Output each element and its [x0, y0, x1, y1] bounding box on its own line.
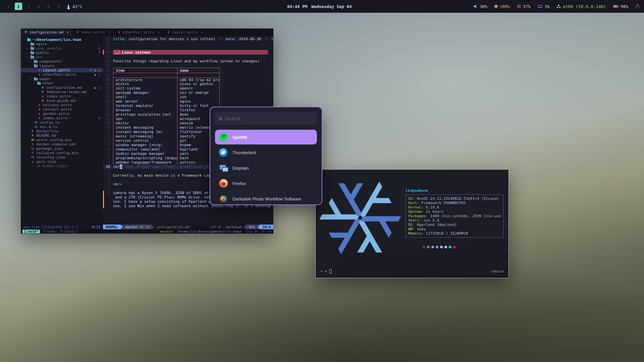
neo-tree-panel: ▾ ~/Development/liv.town ▸ nginx ▸ node_…: [21, 36, 103, 225]
tree-item-git-status: H ● □: [90, 69, 101, 72]
tmux-window-tab[interactable]: 2:node-: [43, 230, 57, 233]
spotify-icon: [219, 133, 228, 141]
tree-caret-icon: ▾: [33, 82, 36, 85]
tmux-window-tab[interactable]: 3:lazygit: [60, 230, 78, 233]
status-module[interactable]: eth0 (10.0.0.140): [557, 4, 606, 9]
app-label: Firefox: [232, 181, 246, 186]
palette-dot: [453, 246, 456, 248]
palette-dot: [440, 246, 443, 248]
temperature-module: 42°C: [68, 4, 83, 9]
tree-item-label: nginx: [36, 42, 47, 46]
tree-item[interactable]: tailwind.config.mjs: [21, 151, 103, 155]
shell-prompt[interactable]: ~ >: [320, 269, 332, 274]
launcher-item[interactable]: Darktable Photo Workflow Software: [215, 191, 317, 205]
launcher-item[interactable]: Thunderbird: [215, 145, 317, 160]
tree-item-label: tone-guide.md: [46, 99, 75, 103]
tree-item[interactable]: ▸ nginx: [21, 42, 103, 46]
tab-close-icon[interactable]: ×: [67, 30, 69, 34]
tree-item[interactable]: docker-compose.yml: [21, 142, 103, 146]
tree-item-label: public: [36, 51, 49, 55]
module-value: 37%: [523, 4, 531, 9]
tree-item[interactable]: fediverse-terms.md: [21, 90, 103, 94]
workspace-button[interactable]: 8: [45, 3, 52, 10]
tree-item[interactable]: (6 hidden items): [21, 164, 103, 168]
workspace-button[interactable]: 3: [25, 3, 32, 10]
tree-item[interactable]: ▸ components: [21, 59, 103, 64]
tree-item[interactable]: ▸ node_modules E: [21, 46, 103, 51]
search-input[interactable]: [225, 116, 313, 121]
launcher-item[interactable]: Displays: [215, 161, 317, 175]
editor-tab[interactable]: otherPost.astro ×: [114, 28, 163, 36]
tmux-statusbar: 1:nvim*2:node-3:lazygit master /home/liv…: [21, 229, 273, 234]
tree-item[interactable]: env.d.ts: [21, 125, 103, 129]
editor-tab[interactable]: configuration.md ×: [21, 28, 72, 36]
launcher-item[interactable]: Spotify: [215, 130, 317, 144]
tree-item[interactable]: ▸ public ?: [21, 51, 103, 55]
editor-tab[interactable]: index.astro ×: [72, 28, 114, 36]
tree-item[interactable]: ▾ other: [21, 81, 103, 85]
tree-item[interactable]: index.astro H: [21, 116, 103, 120]
tree-item-label: docker-compose.yml: [36, 142, 76, 146]
tree-item[interactable]: tone-guide.md: [21, 99, 103, 103]
status-module[interactable]: 100%: [495, 4, 510, 9]
table-cell-item: window manager (xorg): [113, 143, 177, 147]
tree-item[interactable]: Dockerfile: [21, 129, 103, 133]
tree-item[interactable]: balcony.astro: [21, 103, 103, 107]
status-module[interactable]: 98%: [613, 4, 628, 9]
tree-item[interactable]: ▾ ~/Development/liv.town: [21, 38, 103, 42]
tree-item[interactable]: index.astro: [21, 94, 103, 99]
workspace-button[interactable]: 4: [35, 3, 42, 10]
status-module[interactable]: 3%: [538, 4, 549, 9]
tree-item[interactable]: otherPost.astro ● □: [21, 72, 103, 77]
tree-item[interactable]: configuration.md ● □: [21, 85, 103, 90]
tab-close-icon[interactable]: ×: [158, 30, 160, 34]
tree-item[interactable]: Layout.astro H ● □: [21, 68, 103, 72]
tree-item[interactable]: yarn.lock: [21, 160, 103, 164]
brightness-icon: [495, 5, 497, 8]
tree-item[interactable]: ▾ pages: [21, 77, 103, 81]
line-number: 3: [103, 152, 113, 156]
battery-icon: [613, 5, 618, 8]
tree-item[interactable]: ▾ src: [21, 55, 103, 59]
palette-dot: [427, 246, 430, 248]
table-cell-item: browser: [113, 108, 177, 112]
tree-file-icon: [37, 73, 41, 76]
tree-item[interactable]: astro.config.mjs: [21, 138, 103, 142]
status-bar: 123489 42°C 04:44 PM Wednesday Sep 04 36…: [0, 0, 644, 13]
tree-item-git-status: ● □: [94, 73, 101, 76]
workspace-button[interactable]: 9: [55, 3, 62, 10]
terminal-cursor: [329, 269, 332, 274]
tree-item[interactable]: README.md: [21, 133, 103, 138]
tree-item[interactable]: config.ts: [21, 120, 103, 125]
workspace-button[interactable]: 2: [15, 3, 22, 10]
table-cell-item: instant messaging: [113, 125, 177, 130]
tree-item[interactable]: ▾ layouts: [21, 64, 103, 68]
tree-item-label: env.d.ts: [40, 125, 57, 129]
tab-close-icon[interactable]: ×: [201, 30, 203, 34]
tree-file-icon: [37, 104, 41, 107]
power-button[interactable]: [636, 5, 639, 8]
table-cell-item: editor: [113, 121, 177, 125]
line-number: 10: [103, 121, 113, 125]
tree-item[interactable]: tsconfig.json: [21, 155, 103, 160]
tree-file-icon: [34, 78, 38, 80]
tree-item[interactable]: package.json: [21, 146, 103, 151]
tree-file-icon: [41, 86, 45, 89]
table-header-item: item: [113, 68, 177, 73]
tree-item-label: yarn.lock: [36, 160, 56, 164]
status-module[interactable]: 37%: [517, 4, 531, 9]
tree-item-label: layouts: [39, 64, 55, 68]
clock-module[interactable]: 04:44 PM Wednesday Sep 04: [287, 4, 352, 9]
tab-close-icon[interactable]: ×: [108, 30, 110, 34]
tree-item[interactable]: contact.astro: [21, 107, 103, 112]
displays-icon: [219, 164, 228, 172]
launcher-item[interactable]: Firefox: [215, 176, 317, 191]
workspace-button[interactable]: 1: [5, 3, 12, 10]
fastfetch-terminal-window[interactable]: liv@sakura OS: NixOS 24.11.20240828.71e9…: [315, 169, 509, 278]
launcher-search[interactable]: [215, 112, 317, 125]
status-module[interactable]: 36%: [474, 4, 487, 9]
frontmatter-key: title:: [113, 37, 126, 41]
editor-tab[interactable]: Layout.astro ×: [164, 28, 207, 36]
tree-item[interactable]: garden.astro: [21, 112, 103, 116]
tmux-window-tab[interactable]: 1:nvim*: [22, 230, 40, 233]
